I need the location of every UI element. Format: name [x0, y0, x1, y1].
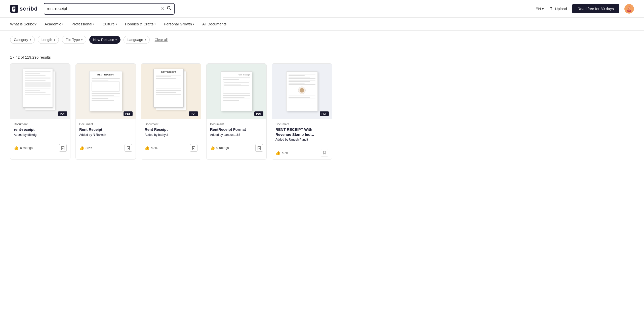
nav-personal-growth[interactable]: Personal Growth ▾ [164, 22, 194, 26]
nav-professional[interactable]: Professional ▾ [71, 22, 95, 26]
card-1-rating: 👍 0 ratings [14, 145, 33, 150]
card-1-author: Added by dfbxdg [14, 133, 67, 137]
card-4-type: Document [210, 122, 263, 126]
card-3-pdf-badge: PDF [189, 111, 198, 116]
language-selector[interactable]: EN ▾ [536, 7, 544, 11]
card-5-pdf-badge: PDF [320, 111, 329, 116]
card-3-save-button[interactable] [190, 144, 197, 152]
card-2-type: Document [79, 122, 132, 126]
read-free-button[interactable]: Read free for 30 days [572, 4, 619, 13]
filter-file-type[interactable]: File Type ▾ [62, 36, 87, 44]
card-1-save-button[interactable] [59, 144, 67, 152]
clear-all-button[interactable]: Clear all [155, 38, 168, 42]
card-4[interactable]: Rent_Receipt PDF Document RentReceipt Fo… [206, 63, 267, 160]
filters-bar: Category ▾ Length ▾ File Type ▾ New Rele… [0, 31, 644, 49]
thumbs-up-icon-5: 👍 [275, 150, 280, 155]
card-1[interactable]: PDF Document rent-receipt Added by dfbxd… [10, 63, 70, 160]
card-4-body: Document RentReceipt Format Added by pan… [207, 119, 266, 142]
category-arrow-icon: ▾ [30, 38, 31, 41]
svg-point-6 [629, 8, 630, 8]
nav-academic-arrow: ▾ [62, 23, 63, 25]
thumbs-up-icon-2: 👍 [79, 145, 84, 150]
upload-button[interactable]: Upload [549, 7, 567, 11]
card-1-title: rent-receipt [14, 127, 67, 132]
card-4-title: RentReceipt Format [210, 127, 263, 132]
card-1-type: Document [14, 122, 67, 126]
card-3-type: Document [145, 122, 197, 126]
card-2-rating: 👍 88% [79, 145, 92, 150]
nav-hobbies[interactable]: Hobbies & Crafts ▾ [125, 22, 156, 26]
svg-point-5 [628, 8, 629, 8]
card-3-author: Added by bathyal [145, 133, 197, 137]
search-icon [167, 6, 172, 11]
filter-new-release[interactable]: New Release ▾ [89, 36, 120, 44]
search-input[interactable] [47, 7, 161, 11]
bookmark-icon-5 [323, 151, 327, 155]
file-type-arrow-icon: ▾ [81, 38, 83, 41]
card-2-title: Rent Receipt [79, 127, 132, 132]
nav-personal-growth-arrow: ▾ [193, 23, 194, 25]
card-5-type: Document [275, 122, 328, 126]
nav-hobbies-arrow: ▾ [154, 23, 156, 25]
cards-grid: PDF Document rent-receipt Added by dfbxd… [0, 63, 644, 170]
card-5-author: Added by Umesh Pandit [275, 138, 328, 141]
nav-what-is-scribd[interactable]: What is Scribd? [10, 22, 36, 26]
thumbs-up-icon-3: 👍 [145, 145, 150, 150]
navigation: What is Scribd? Academic ▾ Professional … [0, 18, 644, 31]
card-5-title: RENT RECEIPT With Revenue Stamp Ind… [275, 127, 328, 137]
card-5-body: Document RENT RECEIPT With Revenue Stamp… [272, 119, 332, 147]
avatar-icon [626, 5, 633, 12]
card-3[interactable]: RENT RECEIPT PDF Document Rent Receipt A… [141, 63, 201, 160]
card-2[interactable]: RENT RECEIPT PDF Document Rent Receipt A… [75, 63, 136, 160]
card-4-author: Added by pandusp167 [210, 133, 263, 137]
card-5-rating: 👍 50% [275, 150, 288, 155]
header: scribd ✕ EN ▾ Upload Read free for 30 da… [0, 0, 644, 18]
length-arrow-icon: ▾ [54, 38, 55, 41]
filter-language[interactable]: Language ▾ [124, 36, 149, 44]
card-1-doc-front [23, 69, 53, 108]
nav-professional-arrow: ▾ [93, 23, 94, 25]
search-submit-button[interactable] [167, 6, 172, 12]
card-1-thumbnail: PDF [10, 64, 70, 119]
upload-label: Upload [555, 7, 567, 11]
logo-text: scribd [20, 6, 38, 12]
thumbs-up-icon: 👍 [14, 145, 19, 150]
language-arrow-icon: ▾ [145, 38, 146, 41]
search-clear-icon[interactable]: ✕ [161, 6, 165, 12]
logo[interactable]: scribd [10, 5, 38, 13]
card-5-footer: 👍 50% [272, 147, 332, 159]
upload-icon [549, 7, 553, 11]
card-4-doc: Rent_Receipt [221, 71, 252, 111]
nav-culture[interactable]: Culture ▾ [102, 22, 117, 26]
filter-length[interactable]: Length ▾ [38, 36, 59, 44]
card-4-save-button[interactable] [255, 144, 263, 152]
results-summary: 1 - 42 of 119,295 results [0, 49, 644, 63]
bookmark-icon-3 [192, 146, 196, 150]
thumbs-up-icon-4: 👍 [210, 145, 215, 150]
card-5[interactable]: PDF Document RENT RECEIPT With Revenue S… [272, 63, 332, 160]
card-3-doc-stack: RENT RECEIPT [153, 69, 189, 114]
lang-chevron-icon: ▾ [542, 7, 544, 11]
card-3-footer: 👍 42% [141, 142, 201, 155]
scribd-logo-icon [10, 5, 18, 13]
card-4-rating: 👍 0 ratings [210, 145, 229, 150]
card-4-thumbnail: Rent_Receipt PDF [207, 64, 266, 119]
filter-category[interactable]: Category ▾ [10, 36, 35, 44]
search-bar: ✕ [44, 3, 175, 15]
card-2-save-button[interactable] [125, 144, 132, 152]
card-2-author: Added by N Rakesh [79, 133, 132, 137]
card-1-doc-stack [23, 69, 58, 114]
nav-all-documents[interactable]: All Documents [202, 22, 227, 26]
bookmark-icon-4 [257, 146, 261, 150]
card-4-pdf-badge: PDF [254, 111, 263, 116]
card-2-body: Document Rent Receipt Added by N Rakesh [76, 119, 136, 142]
card-3-title: Rent Receipt [145, 127, 197, 132]
card-3-doc-front: RENT RECEIPT [153, 69, 184, 108]
card-5-save-button[interactable] [321, 149, 328, 156]
nav-academic[interactable]: Academic ▾ [45, 22, 63, 26]
card-2-doc: RENT RECEIPT [89, 71, 122, 111]
header-right: EN ▾ Upload Read free for 30 days [536, 4, 634, 14]
card-5-doc [286, 71, 318, 111]
card-2-footer: 👍 88% [76, 142, 136, 155]
user-avatar[interactable] [624, 4, 634, 14]
